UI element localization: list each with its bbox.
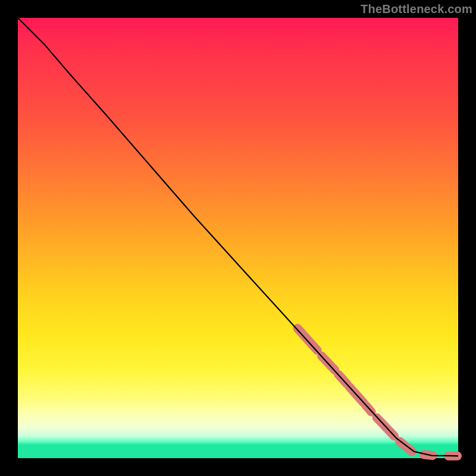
chart-frame: TheBottleneck.com — [0, 0, 476, 476]
highlight-segment — [400, 441, 412, 452]
chart-svg — [18, 18, 458, 458]
watermark-text: TheBottleneck.com — [361, 2, 472, 16]
main-curve — [18, 18, 458, 456]
chart-gradient-background — [18, 18, 458, 458]
highlight-segment — [298, 328, 317, 350]
highlight-layer — [298, 328, 458, 456]
